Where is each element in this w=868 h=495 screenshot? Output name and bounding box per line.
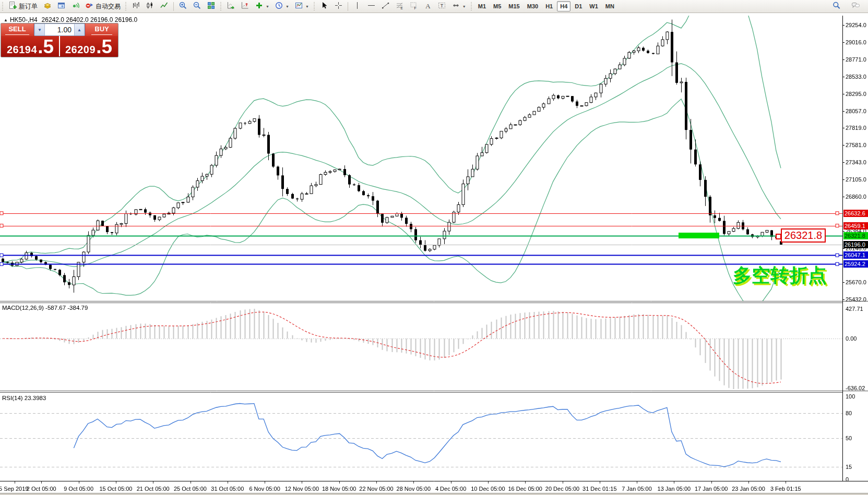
toolbar-separator: [348, 2, 348, 11]
svg-text:F: F: [414, 6, 416, 10]
timeframe-m5-button[interactable]: M5: [490, 1, 504, 11]
volume-input[interactable]: 1.00: [45, 24, 74, 35]
tile-windows-button[interactable]: [205, 1, 218, 12]
buy-price: 26209 .5: [60, 36, 118, 56]
x-axis-label: 31 Dec 01:15: [582, 486, 616, 492]
bar-chart-button[interactable]: [129, 1, 142, 12]
x-axis-label: 25 Oct 05:00: [174, 486, 207, 492]
toolbar-drag-handle: [220, 2, 222, 10]
svg-text:A: A: [425, 2, 431, 10]
y-axis-badge: 25924.2: [843, 260, 868, 268]
new-order-button[interactable]: 新订单: [6, 1, 40, 12]
periods-button[interactable]: ▼: [272, 1, 291, 12]
x-axis-label: 22 Nov 05:00: [359, 486, 393, 492]
candlestick-chart-button[interactable]: [144, 1, 157, 12]
fibo-icon: E: [395, 1, 404, 11]
yellow-stack-button[interactable]: [41, 1, 54, 12]
chart-collapse-arrow-icon[interactable]: ▲: [4, 18, 8, 22]
timeframe-mn-button[interactable]: MN: [602, 1, 617, 11]
toolbar: 新订单自动交易▼▼▼EFAT▼M1M5M15M30H1H4D1W1MN: [0, 0, 868, 13]
x-axis-label: 23 Jan 05:00: [732, 486, 765, 492]
signal-broadcast-button[interactable]: [69, 1, 82, 12]
x-axis-label: 28 Nov 05:00: [397, 486, 431, 492]
y-axis-badge: 26459.1: [843, 222, 868, 230]
window-bottom-edge: [0, 493, 868, 495]
volume-increase-button[interactable]: ▲: [74, 24, 85, 35]
clock-icon: [275, 1, 283, 11]
timeframe-h1-button[interactable]: H1: [542, 1, 556, 11]
search-icon: [832, 1, 841, 11]
x-axis-label: 3 Feb 01:15: [770, 486, 801, 492]
channel-grid-button[interactable]: F: [407, 1, 420, 12]
timeframe-m30-button[interactable]: M30: [524, 1, 541, 11]
search-button[interactable]: [830, 1, 843, 12]
toolbar-separator: [173, 2, 174, 11]
macd-axis-label: -636.02: [846, 385, 865, 391]
timeframe-w1-button[interactable]: W1: [586, 1, 601, 11]
price-callout-label[interactable]: 26321.8: [781, 228, 826, 243]
trade-panel-divider: [59, 36, 60, 56]
callout-handle[interactable]: [776, 234, 781, 239]
autotrading-button[interactable]: 自动交易: [83, 1, 123, 12]
ohlc-values: 26242.0 26402.0 26196.0 26196.0: [42, 16, 138, 23]
chat-button[interactable]: [849, 1, 862, 12]
zoom-in-button[interactable]: [176, 1, 189, 12]
sell-button[interactable]: SELL: [1, 23, 33, 36]
y-axis-label: 28771.0: [846, 56, 866, 63]
x-axis-label: 12 Nov 05:00: [285, 486, 319, 492]
sell-price: 26194 .5: [1, 36, 60, 56]
timeframe-m15-button[interactable]: M15: [505, 1, 522, 11]
linechart-icon: [160, 1, 169, 11]
new-order-icon: [8, 1, 17, 11]
text-button[interactable]: A: [421, 1, 434, 12]
auto-scroll-icon: [227, 1, 235, 11]
rsi-axis-label: 0: [846, 476, 849, 482]
turning-point-annotation[interactable]: 多空转折点: [733, 263, 827, 288]
y-axis-badge: 26632.6: [843, 210, 868, 217]
x-axis-label: 25 Sep 2019: [0, 486, 28, 492]
line-chart-button[interactable]: [158, 1, 171, 12]
crosshair-icon: [334, 1, 343, 11]
timeframe-d1-button[interactable]: D1: [572, 1, 585, 11]
cursor-icon: [320, 1, 329, 11]
tline-icon: [381, 1, 390, 11]
arrows-button[interactable]: ▼: [449, 1, 468, 12]
vertical-line-button[interactable]: [351, 1, 364, 12]
y-axis-badge: 26321.8: [843, 232, 868, 239]
indicators-list-button[interactable]: ▼: [253, 1, 271, 12]
y-axis-label: 27581.0: [846, 142, 866, 148]
toolbar-button-label: 新订单: [19, 2, 38, 11]
autotrade-icon: [85, 1, 94, 11]
blue-window-button[interactable]: [55, 1, 68, 12]
chart-symbol-info: ▲HK50-,H426242.0 26402.0 26196.0 26196.0: [4, 16, 137, 23]
timeframe-m1-button[interactable]: M1: [475, 1, 489, 11]
volume-decrease-button[interactable]: ▼: [34, 24, 45, 35]
trendline-button[interactable]: [379, 1, 392, 12]
fibonacci-button[interactable]: E: [393, 1, 406, 12]
text-label-button[interactable]: T: [435, 1, 448, 12]
y-axis-label: 25432.0: [846, 296, 866, 303]
horizontal-line-button[interactable]: [365, 1, 378, 12]
y-axis-badge: 26047.1: [843, 251, 868, 259]
crosshair-button[interactable]: [332, 1, 345, 12]
macd-axis-label: 0.00: [846, 335, 857, 342]
dropdown-caret-icon: ▼: [286, 5, 289, 8]
x-axis-label: 7 Jan 05:00: [622, 486, 652, 492]
x-axis-label: 9 Oct 05:00: [64, 486, 93, 492]
chart-canvas[interactable]: [0, 0, 868, 495]
buy-button[interactable]: BUY: [86, 23, 118, 36]
templates-button[interactable]: ▼: [292, 1, 311, 12]
toolbar-drag-handle: [2, 2, 4, 10]
x-axis-label: 20 Dec 05:00: [545, 486, 579, 492]
zoom-out-button[interactable]: [191, 1, 204, 12]
auto-scroll-button[interactable]: [224, 1, 237, 12]
x-axis-label: 17 Jan 05:00: [695, 486, 728, 492]
cursor-button[interactable]: [318, 1, 331, 12]
chart-shift-icon: [241, 1, 249, 11]
timeframe-h4-button[interactable]: H4: [557, 1, 570, 11]
chart-shift-button[interactable]: [239, 1, 252, 12]
toolbar-drag-handle: [125, 2, 127, 10]
blue-window-icon: [57, 1, 66, 11]
text-box-icon: T: [437, 1, 446, 11]
dropdown-caret-icon: ▼: [462, 5, 466, 8]
